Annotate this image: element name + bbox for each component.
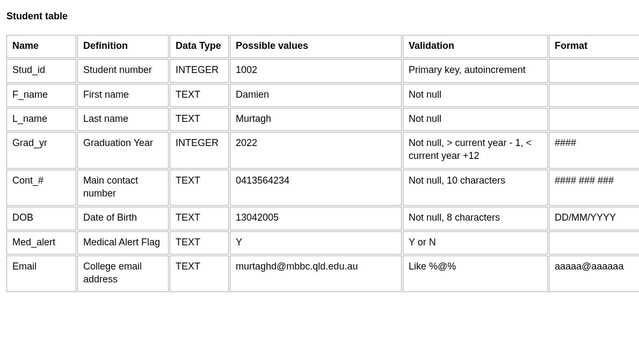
cell-datatype: TEXT: [170, 170, 229, 206]
cell-datatype: INTEGER: [170, 59, 229, 82]
table-row: DOB Date of Birth TEXT 13042005 Not null…: [6, 207, 639, 230]
cell-definition: College email address: [77, 256, 169, 292]
cell-possible: 0413564234: [230, 170, 402, 206]
col-header-validation: Validation: [403, 35, 548, 58]
cell-name: Cont_#: [6, 170, 76, 206]
cell-name: Stud_id: [6, 59, 76, 82]
cell-format: [549, 108, 639, 131]
cell-possible: 1002: [230, 59, 402, 82]
table-row: Email College email address TEXT murtagh…: [6, 256, 639, 292]
table-row: L_name Last name TEXT Murtagh Not null: [6, 108, 639, 131]
cell-possible: Damien: [230, 84, 402, 107]
cell-format: aaaaa@aaaaaa: [549, 256, 639, 292]
cell-validation: Not null: [403, 108, 548, 131]
cell-format: ####: [549, 132, 639, 169]
cell-format: #### ### ###: [549, 170, 639, 206]
cell-format: DD/MM/YYYY: [549, 207, 639, 230]
table-row: Stud_id Student number INTEGER 1002 Prim…: [6, 59, 639, 82]
cell-name: Grad_yr: [6, 132, 76, 169]
cell-name: DOB: [6, 207, 76, 230]
cell-definition: Main contact number: [77, 170, 169, 206]
cell-possible: murtaghd@mbbc.qld.edu.au: [230, 256, 402, 292]
cell-datatype: TEXT: [170, 231, 229, 254]
cell-validation: Not null, 10 characters: [403, 170, 548, 206]
cell-definition: Date of Birth: [77, 207, 169, 230]
cell-validation: Not null, > current year - 1, < current …: [403, 132, 548, 169]
cell-definition: Student number: [77, 59, 169, 82]
cell-format: [549, 84, 639, 107]
cell-name: Med_alert: [6, 231, 76, 254]
col-header-definition: Definition: [77, 35, 169, 58]
student-schema-table: Name Definition Data Type Possible value…: [5, 34, 639, 293]
cell-possible: 13042005: [230, 207, 402, 230]
cell-datatype: INTEGER: [170, 132, 229, 169]
col-header-possible: Possible values: [230, 35, 402, 58]
cell-format: [549, 59, 639, 82]
col-header-datatype: Data Type: [170, 35, 229, 58]
cell-possible: 2022: [230, 132, 402, 169]
cell-datatype: TEXT: [170, 256, 229, 292]
page-title: Student table: [6, 11, 634, 22]
cell-datatype: TEXT: [170, 84, 229, 107]
table-row: Grad_yr Graduation Year INTEGER 2022 Not…: [6, 132, 639, 169]
cell-datatype: TEXT: [170, 108, 229, 131]
table-row: F_name First name TEXT Damien Not null: [6, 84, 639, 107]
cell-definition: Last name: [77, 108, 169, 131]
col-header-name: Name: [6, 35, 76, 58]
cell-name: Email: [6, 256, 76, 292]
cell-name: L_name: [6, 108, 76, 131]
table-row: Med_alert Medical Alert Flag TEXT Y Y or…: [6, 231, 639, 254]
cell-name: F_name: [6, 84, 76, 107]
cell-possible: Murtagh: [230, 108, 402, 131]
cell-format: [549, 231, 639, 254]
cell-datatype: TEXT: [170, 207, 229, 230]
table-header-row: Name Definition Data Type Possible value…: [6, 35, 639, 58]
cell-validation: Not null: [403, 84, 548, 107]
cell-definition: Medical Alert Flag: [77, 231, 169, 254]
cell-validation: Primary key, autoincrement: [403, 59, 548, 82]
col-header-format: Format: [549, 35, 639, 58]
cell-validation: Like %@%: [403, 256, 548, 292]
cell-definition: First name: [77, 84, 169, 107]
cell-validation: Y or N: [403, 231, 548, 254]
cell-definition: Graduation Year: [77, 132, 169, 169]
cell-possible: Y: [230, 231, 402, 254]
cell-validation: Not null, 8 characters: [403, 207, 548, 230]
table-row: Cont_# Main contact number TEXT 04135642…: [6, 170, 639, 206]
